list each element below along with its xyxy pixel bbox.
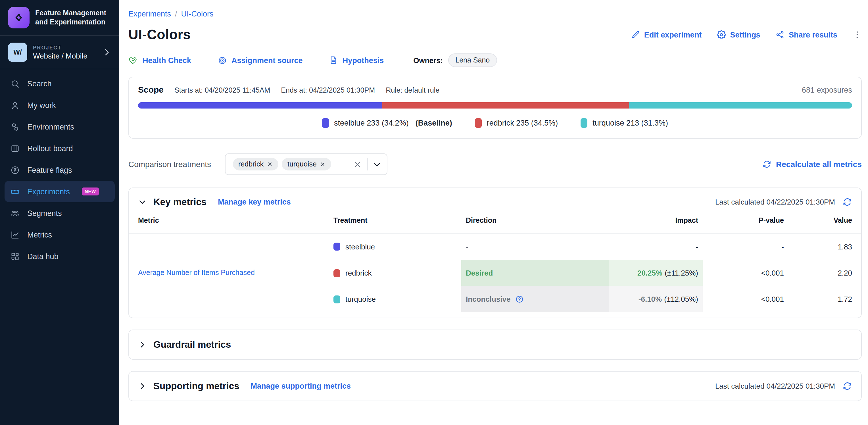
chevron-down-icon [138, 198, 147, 206]
owner-pill[interactable]: Lena Sano [448, 53, 497, 67]
sidebar-item-rollout-board[interactable]: Rollout board [0, 138, 119, 159]
value-cell-steelblue: 1.83 [785, 234, 861, 260]
key-metrics-refresh-button[interactable] [842, 197, 852, 207]
sidebar-item-experiments[interactable]: Experiments NEW [4, 181, 115, 202]
pencil-icon [631, 30, 640, 39]
direction-cell-redbrick: Desired [461, 260, 609, 286]
guardrail-metrics-title: Guardrail metrics [153, 339, 231, 350]
project-name: Website / Mobile [33, 52, 97, 60]
scope-card: Scope Starts at: 04/20/2025 11:45AM Ends… [128, 77, 862, 139]
people-icon [10, 208, 20, 218]
main-content: Experiments / UI-Colors UI-Colors Edit e… [119, 0, 868, 425]
refresh-icon [842, 197, 852, 207]
key-metrics-table: Metric Treatment Direction Impact P-valu… [129, 213, 861, 317]
chip-turquoise: turquoise [282, 158, 332, 171]
manage-supporting-metrics-link[interactable]: Manage supporting metrics [251, 382, 351, 390]
edit-experiment-button[interactable]: Edit experiment [631, 30, 702, 39]
column-header-direction: Direction [461, 213, 609, 234]
assignment-source-link[interactable]: Assignment source [217, 55, 303, 65]
key-metrics-collapse-toggle[interactable] [138, 198, 147, 206]
sidebar-item-data-hub[interactable]: Data hub [0, 245, 119, 267]
search-icon [10, 79, 20, 88]
app-title: Feature Management and Experimentation [35, 8, 106, 27]
more-menu-button[interactable] [852, 30, 862, 39]
impact-cell-steelblue: - [609, 234, 703, 260]
value-cell-turquoise: 1.72 [785, 286, 861, 312]
health-check-link[interactable]: Health Check [128, 55, 191, 65]
direction-cell-turquoise: Inconclusive [461, 286, 609, 312]
share-icon [776, 30, 785, 39]
turquoise-swatch [581, 118, 587, 128]
project-label: PROJECT [33, 44, 97, 50]
chip-redbrick: redbrick [232, 158, 278, 171]
sidebar-item-search[interactable]: Search [0, 73, 119, 94]
hypothesis-link[interactable]: Hypothesis [329, 56, 384, 65]
comparison-label: Comparison treatments [128, 160, 211, 169]
manage-key-metrics-link[interactable]: Manage key metrics [218, 198, 291, 206]
guardrail-metrics-expand-toggle[interactable] [138, 340, 147, 349]
breadcrumb: Experiments / UI-Colors [128, 0, 862, 18]
recalculate-all-metrics-button[interactable]: Recalculate all metrics [762, 160, 862, 169]
table-row-turquoise-treatment: turquoise [334, 286, 461, 312]
new-badge: NEW [82, 187, 99, 195]
kebab-icon [852, 30, 862, 39]
baseline-label: (Baseline) [415, 119, 452, 127]
table-row-redbrick-treatment: redbrick [334, 260, 461, 286]
project-badge: W/ [8, 42, 27, 62]
brand: Feature Management and Experimentation [0, 0, 119, 36]
value-cell-redbrick: 2.20 [785, 260, 861, 286]
exposure-legend: steelblue 233 (34.2%) (Baseline) redbric… [138, 118, 852, 128]
key-metrics-last-calculated: Last calculated 04/22/2025 01:30PM [715, 198, 835, 206]
comparison-treatments-select[interactable]: redbrick turquoise [225, 153, 387, 175]
legend-item-steelblue: steelblue 233 (34.2%) (Baseline) [322, 118, 452, 128]
sidebar-item-segments[interactable]: Segments [0, 202, 119, 224]
impact-cell-turquoise: -6.10% (±12.05%) [609, 286, 703, 312]
column-header-treatment: Treatment [334, 213, 461, 234]
scope-title: Scope [138, 85, 164, 94]
settings-button[interactable]: Settings [717, 30, 761, 39]
chevron-right-icon [102, 48, 111, 57]
sidebar-item-metrics[interactable]: Metrics [0, 224, 119, 245]
column-header-metric: Metric [129, 213, 334, 234]
guardrail-metrics-card: Guardrail metrics [128, 330, 862, 360]
exposure-distribution-bar [138, 102, 852, 109]
p-value-cell-steelblue: - [703, 234, 785, 260]
content-bottom-divider [119, 409, 868, 410]
breadcrumb-current-link[interactable]: UI-Colors [181, 10, 214, 18]
share-results-button[interactable]: Share results [776, 30, 837, 39]
supporting-metrics-card: Supporting metrics Manage supporting met… [128, 371, 862, 401]
owners-label: Owners: [413, 56, 443, 64]
select-divider [367, 158, 367, 171]
grid-icon [10, 251, 20, 261]
column-header-impact: Impact [609, 213, 703, 234]
document-icon [329, 56, 338, 65]
owners: Owners: Lena Sano [413, 53, 497, 67]
supporting-metrics-expand-toggle[interactable] [138, 382, 147, 390]
redbrick-swatch [475, 118, 482, 128]
header-actions: Edit experiment Settings Share results [631, 30, 862, 39]
project-switcher[interactable]: W/ PROJECT Website / Mobile [0, 36, 119, 69]
sidebar-item-my-work[interactable]: My work [0, 94, 119, 116]
metric-link[interactable]: Average Number of Items Purchased [138, 269, 255, 277]
meta-row: Health Check Assignment source Hypothesi… [128, 53, 862, 67]
metric-cell: Average Number of Items Purchased [129, 234, 334, 312]
breadcrumb-experiments-link[interactable]: Experiments [128, 10, 171, 18]
remove-redbrick-icon[interactable] [267, 161, 273, 167]
gear-icon [717, 30, 726, 39]
supporting-metrics-last-calculated: Last calculated 04/22/2025 01:30PM [715, 382, 835, 390]
comparison-row: Comparison treatments redbrick turquoise… [128, 153, 862, 175]
chevron-down-icon[interactable] [372, 160, 381, 169]
remove-turquoise-icon[interactable] [320, 161, 326, 167]
clear-selection-icon[interactable] [353, 160, 362, 169]
help-icon[interactable] [515, 295, 524, 303]
sidebar-menu: Search My work Environments Rollout boar… [0, 73, 119, 267]
chevron-right-icon [138, 340, 147, 349]
sidebar-item-feature-flags[interactable]: Feature flags [0, 159, 119, 181]
supporting-metrics-refresh-button[interactable] [842, 381, 852, 391]
sidebar-item-environments[interactable]: Environments [0, 116, 119, 138]
scope-rule: Rule: default rule [386, 86, 439, 94]
line-chart-icon [10, 230, 20, 240]
p-value-cell-redbrick: <0.001 [703, 260, 785, 286]
chevron-right-icon [138, 382, 147, 390]
title-row: UI-Colors Edit experiment Settings Share… [128, 27, 862, 42]
